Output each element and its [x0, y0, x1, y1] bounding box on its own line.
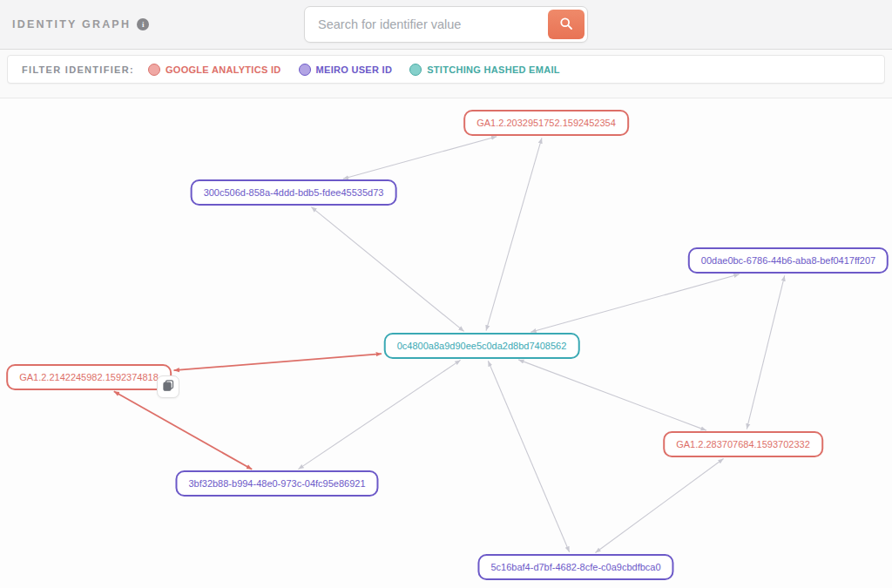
graph-edge — [311, 207, 463, 332]
graph-edge — [114, 391, 253, 470]
filter-identifier-label: FILTER IDENTIFIER: — [22, 64, 134, 75]
graph-edge — [595, 458, 723, 552]
legend-label: GOOGLE ANALYTICS ID — [166, 64, 281, 75]
filter-band: FILTER IDENTIFIER: GOOGLE ANALYTICS ID M… — [0, 50, 892, 98]
graph-node-meiro_user_id[interactable]: 3bf32b88-b994-48e0-973c-04fc95e86921 — [175, 470, 378, 497]
graph-edge — [343, 137, 497, 179]
graph-edge — [486, 138, 542, 330]
page-title-group: IDENTITY GRAPH i — [12, 18, 149, 30]
app-header: IDENTITY GRAPH i — [0, 0, 892, 50]
graph-edge — [298, 360, 460, 469]
graph-edge — [530, 274, 739, 333]
copy-icon — [163, 379, 174, 395]
legend-label: STITCHING HASHED EMAIL — [427, 64, 560, 75]
graph-edge — [747, 275, 784, 429]
copy-identifier-button[interactable] — [157, 375, 179, 398]
search-button[interactable] — [548, 10, 585, 39]
info-icon[interactable]: i — [137, 18, 149, 30]
graph-node-stitching_hashed_email[interactable]: 0c4800a8a9d90ee5c0da2d8bd7408562 — [384, 333, 580, 359]
google-analytics-id-dot-icon — [148, 64, 160, 76]
graph-node-google_analytics_id[interactable]: GA1.2.2032951752.1592452354 — [463, 110, 629, 136]
filter-stitching-hashed-email[interactable]: STITCHING HASHED EMAIL — [409, 64, 560, 76]
graph-edge — [173, 354, 382, 370]
graph-edge — [488, 361, 569, 551]
legend-label: MEIRO USER ID — [316, 64, 393, 75]
graph-node-google_analytics_id[interactable]: GA1.2.283707684.1593702332 — [663, 431, 823, 457]
search-input[interactable] — [307, 17, 548, 31]
search-bar — [304, 6, 588, 43]
meiro-user-id-dot-icon — [299, 64, 311, 76]
graph-edge — [518, 360, 706, 430]
filter-meiro-user-id[interactable]: MEIRO USER ID — [299, 64, 393, 76]
search-icon — [559, 17, 573, 33]
graph-node-meiro_user_id[interactable]: 5c16baf4-d7bf-4682-8cfe-c0a9cbdfbca0 — [477, 554, 673, 580]
filter-identifier-bar: FILTER IDENTIFIER: GOOGLE ANALYTICS ID M… — [7, 55, 885, 84]
page-title: IDENTITY GRAPH — [12, 18, 131, 30]
graph-node-google_analytics_id[interactable]: GA1.2.2142245982.1592374818 — [6, 364, 172, 390]
graph-node-meiro_user_id[interactable]: 300c506d-858a-4ddd-bdb5-fdee45535d73 — [191, 179, 397, 206]
graph-node-meiro_user_id[interactable]: 00dae0bc-6786-44b6-aba8-bef0417ff207 — [688, 247, 889, 274]
filter-google-analytics-id[interactable]: GOOGLE ANALYTICS ID — [148, 64, 281, 76]
stitching-hashed-email-dot-icon — [409, 64, 422, 76]
